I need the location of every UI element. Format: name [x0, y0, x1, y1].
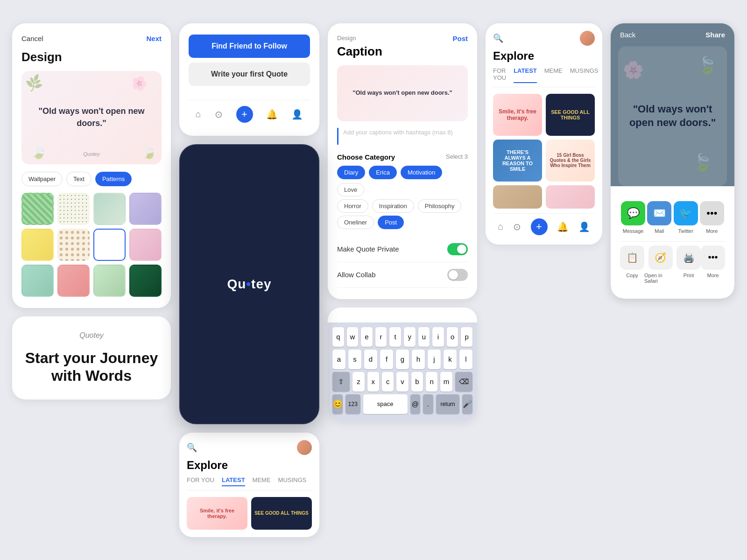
key-w[interactable]: w: [347, 327, 359, 347]
pattern-thumb-5[interactable]: [21, 229, 54, 261]
key-g[interactable]: g: [396, 350, 409, 369]
explore-img-smile-reason[interactable]: THERE'S ALWAYS A REASON TO SMILE: [493, 140, 542, 182]
create-plus-explore[interactable]: +: [531, 218, 548, 235]
share-more-1[interactable]: ••• More: [700, 201, 724, 234]
pattern-thumb-1[interactable]: [21, 193, 54, 225]
tab-musings-small[interactable]: MUSINGS: [278, 476, 307, 486]
key-mic[interactable]: 🎤: [462, 394, 472, 414]
caption-input-area[interactable]: Add your captions with hashtags (max 8): [337, 128, 468, 145]
profile-icon-explore[interactable]: 👤: [578, 221, 590, 232]
key-emoji[interactable]: 😊: [332, 394, 343, 414]
pattern-thumb-7[interactable]: [93, 229, 126, 261]
key-return[interactable]: return: [436, 394, 460, 414]
key-a[interactable]: a: [332, 350, 345, 369]
tag-motivation[interactable]: Motivation: [401, 166, 442, 179]
tab-text[interactable]: Text: [66, 172, 92, 186]
print-button[interactable]: 🖨️ Print: [677, 245, 701, 284]
key-x[interactable]: x: [367, 372, 379, 392]
key-r[interactable]: r: [375, 327, 387, 347]
share-twitter[interactable]: 🐦 Twitter: [674, 201, 698, 234]
key-l[interactable]: l: [459, 350, 472, 369]
tab-patterns[interactable]: Patterns: [95, 172, 132, 186]
next-button[interactable]: Next: [146, 35, 162, 42]
search-icon[interactable]: ⊙: [215, 109, 223, 120]
pattern-thumb-10[interactable]: [57, 265, 90, 297]
key-period[interactable]: .: [423, 394, 433, 414]
open-safari-button[interactable]: 🧭 Open in Safari: [644, 245, 677, 284]
pattern-thumb-4[interactable]: [129, 193, 162, 225]
explore-img-smile-small[interactable]: Smile, it's free therapy.: [187, 497, 247, 530]
copy-button[interactable]: 📋 Copy: [620, 245, 644, 284]
tag-inspiration[interactable]: Inspiration: [372, 199, 414, 213]
search-icon-small[interactable]: 🔍: [187, 442, 197, 453]
explore-img-see-good[interactable]: SEE GOOD ALL THINGS: [546, 94, 595, 136]
key-u[interactable]: u: [418, 327, 430, 347]
key-e[interactable]: e: [361, 327, 373, 347]
bell-icon-explore[interactable]: 🔔: [557, 221, 569, 232]
pattern-thumb-2[interactable]: [57, 193, 90, 225]
profile-icon[interactable]: 👤: [291, 109, 303, 120]
post-button[interactable]: Post: [452, 35, 468, 42]
pattern-thumb-9[interactable]: [21, 265, 54, 297]
back-button[interactable]: Back: [620, 31, 635, 39]
search-icon-explore[interactable]: ⊙: [513, 221, 521, 232]
tag-post[interactable]: Post: [378, 216, 404, 229]
key-b[interactable]: b: [411, 372, 423, 392]
tab-musings-top[interactable]: MUSINGS: [570, 67, 599, 83]
tab-latest-small[interactable]: LATEST: [222, 476, 245, 486]
key-k[interactable]: k: [444, 350, 457, 369]
explore-img-dark-small[interactable]: SEE GOOD ALL THINGS: [251, 497, 312, 530]
key-at[interactable]: @: [410, 394, 421, 414]
bell-icon[interactable]: 🔔: [266, 109, 278, 120]
tab-latest-top[interactable]: LATEST: [514, 67, 537, 83]
key-z[interactable]: z: [352, 372, 364, 392]
pattern-thumb-8[interactable]: [129, 229, 162, 261]
key-p[interactable]: p: [461, 327, 472, 347]
key-m[interactable]: m: [440, 372, 452, 392]
key-o[interactable]: o: [447, 327, 458, 347]
tag-oneliner[interactable]: Oneliner: [337, 216, 374, 229]
key-v[interactable]: v: [396, 372, 408, 392]
cancel-button[interactable]: Cancel: [21, 35, 43, 42]
tab-for-you-top[interactable]: FOR YOU: [493, 67, 506, 83]
tag-horror[interactable]: Horror: [337, 199, 368, 213]
key-j[interactable]: j: [428, 350, 441, 369]
more-button-2[interactable]: ••• More: [701, 245, 725, 284]
key-h[interactable]: h: [412, 350, 425, 369]
tag-love[interactable]: Love: [337, 183, 364, 196]
search-icon-top[interactable]: 🔍: [493, 33, 503, 43]
tag-philosophy[interactable]: Philosophy: [418, 199, 462, 213]
make-private-toggle[interactable]: [447, 243, 468, 255]
explore-img-girl-boss[interactable]: 15 Girl Boss Quotes & the Girls Who Insp…: [546, 140, 595, 182]
pattern-thumb-3[interactable]: [93, 193, 126, 225]
key-f[interactable]: f: [380, 350, 393, 369]
pattern-thumb-6[interactable]: [57, 229, 90, 261]
allow-collab-toggle[interactable]: [447, 269, 468, 281]
tag-diary[interactable]: Diary: [337, 166, 365, 179]
share-messages[interactable]: 💬 Message: [621, 201, 645, 234]
explore-img-therapy[interactable]: Smile, it's free therapy.: [493, 94, 542, 136]
key-123[interactable]: 123: [345, 394, 360, 414]
key-y[interactable]: y: [404, 327, 416, 347]
pattern-thumb-12[interactable]: [129, 265, 162, 297]
explore-img-pink[interactable]: [546, 185, 595, 209]
key-space[interactable]: space: [363, 394, 408, 414]
key-shift[interactable]: ⇧: [332, 372, 350, 392]
find-friend-button[interactable]: Find Friend to Follow: [189, 35, 310, 58]
category-select[interactable]: Select 3: [446, 153, 468, 161]
tab-for-you-small[interactable]: FOR YOU: [187, 476, 214, 486]
key-d[interactable]: d: [364, 350, 377, 369]
key-backspace[interactable]: ⌫: [455, 372, 472, 392]
pattern-thumb-11[interactable]: [93, 265, 126, 297]
tab-wallpaper[interactable]: Wallpaper: [21, 172, 63, 186]
share-button[interactable]: Share: [705, 31, 725, 39]
create-plus-button[interactable]: +: [236, 106, 253, 123]
tab-meme-top[interactable]: MEME: [544, 67, 563, 83]
key-n[interactable]: n: [426, 372, 437, 392]
tag-erica[interactable]: Erica: [369, 166, 397, 179]
key-q[interactable]: q: [332, 327, 344, 347]
tab-meme-small[interactable]: MEME: [253, 476, 271, 486]
explore-img-tan[interactable]: [493, 185, 542, 209]
key-t[interactable]: t: [389, 327, 401, 347]
home-icon[interactable]: ⌂: [195, 109, 201, 119]
